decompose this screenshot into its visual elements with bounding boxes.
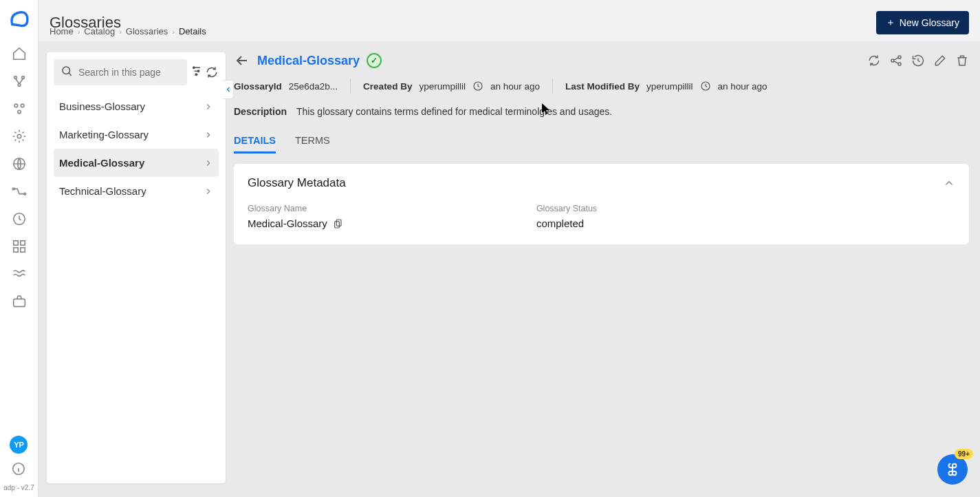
refresh-icon[interactable] — [867, 54, 881, 67]
svg-rect-26 — [336, 220, 341, 226]
glossary-metadata-card: Glossary Metadata Glossary Name Medical-… — [234, 164, 969, 244]
pipeline-icon[interactable] — [11, 73, 28, 89]
tab-bar: DETAILS TERMS — [234, 135, 969, 154]
glossary-list-panel: Business-Glossary Marketing-Glossary Med… — [47, 52, 226, 483]
main-content: Medical-Glossary GlossaryId 25e6da2b... … — [234, 52, 969, 486]
user-avatar[interactable]: YP — [10, 436, 28, 454]
svg-rect-12 — [20, 241, 24, 245]
chevron-right-icon — [204, 130, 213, 140]
filter-icon[interactable] — [190, 65, 204, 79]
collapse-sidebar-button[interactable] — [223, 80, 234, 99]
history-icon[interactable] — [911, 54, 925, 67]
new-glossary-button[interactable]: ＋ New Glossary — [876, 11, 969, 34]
sidebar-item-label: Marketing-Glossary — [59, 129, 149, 140]
glossary-status-label: Glossary Status — [536, 204, 597, 213]
app-logo[interactable] — [8, 7, 31, 30]
svg-point-0 — [14, 76, 17, 79]
svg-point-4 — [21, 104, 24, 107]
modified-by-label: Last Modified By — [565, 81, 640, 92]
svg-point-2 — [18, 84, 21, 87]
svg-rect-27 — [335, 221, 340, 227]
glossary-id-label: GlossaryId — [234, 81, 282, 92]
clock-icon — [700, 81, 711, 92]
globe-icon[interactable] — [11, 156, 28, 172]
refresh-icon[interactable] — [205, 65, 219, 79]
glossary-status-value: completed — [536, 218, 597, 229]
chevron-right-icon — [204, 187, 213, 196]
created-by-label: Created By — [363, 81, 412, 92]
breadcrumb-glossaries[interactable]: Glossaries — [126, 26, 168, 36]
copy-icon[interactable] — [333, 218, 344, 229]
plus-icon: ＋ — [886, 17, 895, 29]
left-nav-rail: YP adp - v2.7 — [0, 0, 39, 497]
svg-point-1 — [21, 76, 24, 79]
fab-badge: 99+ — [955, 449, 973, 459]
tab-terms[interactable]: TERMS — [295, 135, 330, 154]
new-glossary-label: New Glossary — [900, 17, 959, 28]
briefcase-icon[interactable] — [11, 293, 28, 310]
svg-point-3 — [14, 104, 18, 107]
description-value: This glossary contains terms defined for… — [296, 106, 612, 117]
glossary-list: Business-Glossary Marketing-Glossary Med… — [54, 92, 219, 205]
waves-icon[interactable] — [11, 266, 28, 282]
svg-rect-14 — [20, 248, 24, 252]
collapse-card-icon[interactable] — [943, 177, 955, 189]
search-box[interactable] — [54, 59, 187, 85]
created-by-time: an hour ago — [490, 81, 540, 92]
breadcrumb-details: Details — [179, 26, 206, 36]
card-title: Glossary Metadata — [248, 176, 346, 190]
search-input[interactable] — [78, 67, 180, 78]
home-icon[interactable] — [11, 45, 28, 62]
clock-icon[interactable] — [11, 211, 28, 227]
search-icon — [61, 65, 73, 80]
grid-icon[interactable] — [11, 238, 28, 255]
status-completed-icon — [367, 53, 382, 68]
clock-icon — [472, 81, 483, 92]
chevron-right-icon — [204, 102, 213, 112]
sidebar-item-medical[interactable]: Medical-Glossary — [54, 149, 219, 177]
svg-rect-13 — [13, 248, 17, 252]
svg-point-6 — [17, 134, 21, 138]
tab-details[interactable]: DETAILS — [234, 135, 276, 154]
delete-icon[interactable] — [955, 54, 969, 67]
modified-by-user: yperumpillil — [646, 81, 693, 92]
app-version: adp - v2.7 — [3, 484, 34, 491]
breadcrumb: Home › Catalog › Glossaries › Details — [50, 26, 206, 36]
sidebar-item-technical[interactable]: Technical-Glossary — [54, 177, 219, 205]
edit-icon[interactable] — [933, 54, 947, 67]
svg-point-5 — [17, 110, 21, 114]
breadcrumb-catalog[interactable]: Catalog — [84, 26, 115, 36]
sidebar-item-label: Business-Glossary — [59, 101, 145, 112]
gear-icon[interactable] — [11, 128, 28, 145]
sidebar-item-label: Technical-Glossary — [59, 185, 146, 197]
glossary-title: Medical-Glossary — [257, 54, 360, 68]
glossary-name-value: Medical-Glossary — [248, 218, 327, 229]
svg-rect-15 — [13, 299, 25, 306]
created-by-user: yperumpillil — [419, 81, 466, 92]
sidebar-item-label: Medical-Glossary — [59, 157, 144, 169]
info-icon[interactable] — [10, 461, 27, 477]
chevron-right-icon — [204, 158, 213, 168]
sidebar-item-business[interactable]: Business-Glossary — [54, 92, 219, 120]
glossary-id-value: 25e6da2b... — [289, 81, 338, 92]
command-fab[interactable]: 99+ — [937, 454, 968, 485]
breadcrumb-home[interactable]: Home — [50, 26, 74, 36]
cluster-icon[interactable] — [11, 101, 28, 117]
back-button[interactable] — [234, 52, 250, 69]
svg-point-17 — [63, 67, 70, 74]
svg-rect-11 — [13, 241, 17, 245]
flow-icon[interactable] — [11, 183, 28, 200]
modified-by-time: an hour ago — [718, 81, 767, 92]
share-icon[interactable] — [889, 54, 903, 67]
sidebar-item-marketing[interactable]: Marketing-Glossary — [54, 120, 219, 149]
glossary-name-label: Glossary Name — [248, 204, 344, 213]
description-label: Description — [234, 106, 287, 117]
